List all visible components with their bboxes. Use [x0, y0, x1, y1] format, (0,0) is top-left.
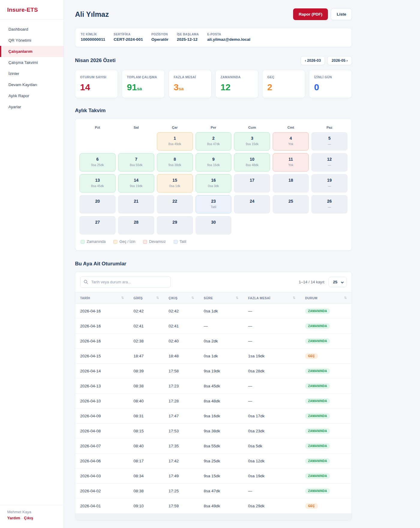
- page-size-select[interactable]: 25: [328, 277, 347, 287]
- calendar-section-header: Aylık Takvim: [75, 108, 352, 114]
- calendar-day-21: 21: [118, 195, 154, 213]
- day-note: 0sa 1dk: [157, 184, 193, 188]
- sort-icon[interactable]: ⇅: [156, 296, 159, 300]
- day-number: 10: [234, 157, 270, 162]
- status-badge: ZAMANINDA: [305, 488, 330, 494]
- summary-card-value: 91sa: [127, 83, 160, 92]
- search-input[interactable]: [80, 276, 171, 288]
- cell-status: ZAMANINDA: [300, 424, 352, 439]
- column-header-durum[interactable]: DURUM⇅: [300, 292, 352, 304]
- summary-card-value: 2: [267, 83, 300, 92]
- table-row: 2026-04-1308:3817:238sa 45dk—ZAMANINDA: [75, 379, 352, 394]
- sessions-table-card: 1–14 / 14 kayıt 25 TARİH⇅GİRİŞ⇅ÇIKIŞ⇅SÜR…: [75, 272, 352, 521]
- column-header-tari-h[interactable]: TARİH⇅: [75, 292, 129, 304]
- profile-field-e-posta: E-POSTAali.yilmaz@demo.local: [207, 33, 250, 42]
- legend-label: Geç / İzin: [119, 240, 135, 244]
- cell-out: 17:35: [164, 439, 199, 454]
- sort-icon[interactable]: ⇅: [236, 296, 238, 300]
- day-note: 8sa 47dk: [196, 142, 231, 146]
- calendar-day-24: 24: [234, 195, 270, 213]
- profile-field-value: 2025-12-12: [177, 37, 199, 42]
- day-number: 30: [196, 220, 231, 225]
- sort-icon[interactable]: ⇅: [121, 296, 124, 300]
- legend-label: Tatil: [180, 240, 186, 244]
- cell-duration: 9sa 19dk: [199, 364, 243, 379]
- calendar-day-27: 27: [80, 216, 116, 234]
- cell-duration: 9sa 25dk: [199, 454, 243, 469]
- table-row: 2026-04-1408:3917:589sa 19dk0sa 28dkZAMA…: [75, 364, 352, 379]
- sidebar-item-çalışma-takvimi[interactable]: Çalışma Takvimi: [0, 57, 64, 68]
- list-button[interactable]: Liste: [331, 8, 352, 20]
- summary-card-suffix: sa: [137, 86, 142, 91]
- legend-item-tatil: Tatil: [174, 240, 186, 244]
- record-count: 1–14 / 14 kayıt: [299, 280, 324, 284]
- cell-status: ZAMANINDA: [300, 409, 352, 424]
- cell-out: 17:53: [164, 424, 199, 439]
- cell-out: 17:59: [164, 499, 199, 514]
- help-link[interactable]: Yardım: [7, 516, 20, 520]
- cell-duration: 9sa 38dk: [199, 424, 243, 439]
- summary-card-value: 0: [314, 83, 347, 92]
- day-note: Yok: [273, 163, 308, 167]
- sidebar-item-ayarlar[interactable]: Ayarlar: [0, 101, 64, 112]
- cell-out: 02:40: [164, 334, 199, 349]
- cell-overtime: 0sa 17dk: [243, 409, 300, 424]
- sidebar-item-i-zinler[interactable]: İzinler: [0, 68, 64, 79]
- summary-section-header: Nisan 2026 Özeti ‹ 2026-03 2026-05 ›: [75, 56, 352, 65]
- day-number: 9: [196, 157, 231, 162]
- cell-overtime: —: [243, 319, 300, 334]
- sidebar-item-aylık-rapor[interactable]: Aylık Rapor: [0, 90, 64, 101]
- cell-overtime: 0sa 29dk: [243, 499, 300, 514]
- day-note: —: [312, 184, 347, 188]
- day-number: 13: [80, 178, 115, 183]
- cell-out: 17:49: [164, 469, 199, 484]
- column-header-çikiş[interactable]: ÇIKIŞ⇅: [164, 292, 199, 304]
- summary-card-i-zi-nli-gün: İZİNLİ GÜN0: [309, 70, 352, 98]
- status-badge: ZAMANINDA: [305, 458, 330, 464]
- next-month-button[interactable]: 2026-05 ›: [327, 56, 352, 65]
- day-number: 8: [157, 157, 193, 162]
- day-note: 8sa 55dk: [118, 163, 154, 167]
- day-note: 9sa 15dk: [234, 142, 270, 146]
- table-row: 2026-04-0608:1717:429sa 25dk0sa 12dkZAMA…: [75, 454, 352, 469]
- sidebar-item-dashboard[interactable]: Dashboard: [0, 24, 64, 35]
- status-badge: GEÇ: [305, 503, 318, 509]
- status-badge: ZAMANINDA: [305, 398, 330, 404]
- cell-duration: 9sa 15dk: [199, 469, 243, 484]
- sidebar-item-devam-kayıtları[interactable]: Devam Kayıtları: [0, 79, 64, 90]
- cell-duration: 0sa 1dk: [199, 304, 243, 319]
- column-header-gi-ri-ş[interactable]: GİRİŞ⇅: [129, 292, 164, 304]
- weekday-label: Paz: [311, 123, 347, 132]
- legend-item-zamanında: Zamanında: [81, 240, 106, 244]
- cell-duration: 8sa 45dk: [199, 379, 243, 394]
- calendar-legend: ZamanındaGeç / İzinDevamsızTatil: [80, 239, 347, 246]
- day-number: 22: [157, 199, 193, 204]
- link-separator: ·: [20, 516, 24, 520]
- column-header-inner: GİRİŞ⇅: [134, 296, 159, 300]
- sort-icon[interactable]: ⇅: [344, 296, 347, 300]
- cell-overtime: —: [243, 379, 300, 394]
- cell-date: 2026-04-10: [75, 394, 129, 409]
- report-pdf-button[interactable]: Rapor (PDF): [293, 8, 328, 20]
- column-header-fazla-mesai[interactable]: FAZLA MESAİ⇅: [243, 292, 300, 304]
- day-number: 7: [118, 157, 154, 162]
- logout-link[interactable]: Çıkış: [24, 516, 33, 520]
- weekday-label: Pzt: [80, 123, 116, 132]
- cell-in: 02:42: [129, 304, 164, 319]
- cell-out: 17:42: [164, 454, 199, 469]
- cell-date: 2026-04-14: [75, 364, 129, 379]
- sort-icon[interactable]: ⇅: [191, 296, 194, 300]
- sidebar-item-çalışanlarım[interactable]: Çalışanlarım: [0, 46, 64, 57]
- cell-out: 17:47: [164, 409, 199, 424]
- column-header-süre[interactable]: SÜRE⇅: [199, 292, 243, 304]
- profile-field-i-şe-başlama: İŞE BAŞLAMA2025-12-12: [177, 33, 199, 42]
- cell-overtime: —: [243, 334, 300, 349]
- day-number: 20: [80, 199, 115, 204]
- sidebar: Insure-ETS DashboardQR YönetimiÇalışanla…: [0, 0, 64, 528]
- sidebar-item-qr-yönetimi[interactable]: QR Yönetimi: [0, 35, 64, 46]
- cell-status: ZAMANINDA: [300, 454, 352, 469]
- prev-month-button[interactable]: ‹ 2026-03: [301, 56, 325, 65]
- summary-title: Nisan 2026 Özeti: [75, 58, 116, 64]
- day-note: 9sa 19dk: [118, 184, 154, 188]
- sort-icon[interactable]: ⇅: [292, 296, 296, 300]
